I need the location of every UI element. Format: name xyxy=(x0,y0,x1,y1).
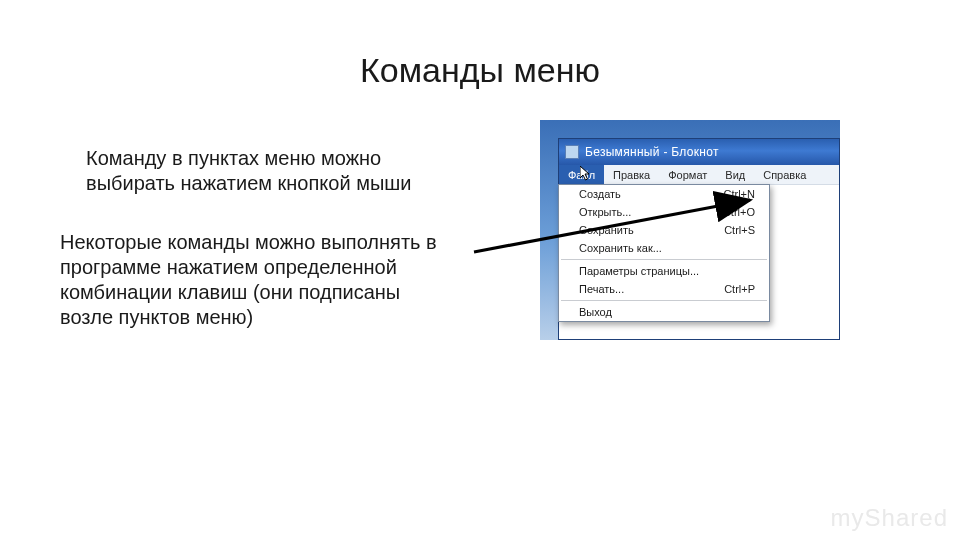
screenshot-illustration: Безымянный - Блокнот Файл Правка Формат … xyxy=(540,120,840,340)
menubar: Файл Правка Формат Вид Справка xyxy=(559,165,839,185)
menu-view[interactable]: Вид xyxy=(716,165,754,184)
menu-item-shortcut: Ctrl+O xyxy=(723,206,755,218)
menu-format[interactable]: Формат xyxy=(659,165,716,184)
menu-separator xyxy=(561,300,767,301)
menu-item[interactable]: Параметры страницы... xyxy=(559,262,769,280)
menu-item-label: Сохранить xyxy=(579,224,634,236)
menu-item-shortcut: Ctrl+N xyxy=(724,188,755,200)
menu-item-label: Открыть... xyxy=(579,206,631,218)
titlebar: Безымянный - Блокнот xyxy=(559,139,839,165)
menu-item[interactable]: Печать... Ctrl+P xyxy=(559,280,769,298)
paragraph-2: Некоторые команды можно выполнять в прог… xyxy=(60,230,458,330)
slide-title: Команды меню xyxy=(0,51,960,90)
app-icon xyxy=(565,145,579,159)
menu-item-label: Выход xyxy=(579,306,612,318)
window-title: Безымянный - Блокнот xyxy=(585,145,719,159)
paragraph-1: Команду в пунктах меню можно выбирать на… xyxy=(86,146,446,196)
menu-help[interactable]: Справка xyxy=(754,165,815,184)
watermark: myShared xyxy=(831,504,948,532)
file-dropdown: Создать Ctrl+N Открыть... Ctrl+O Сохрани… xyxy=(558,184,770,322)
menu-item-label: Параметры страницы... xyxy=(579,265,699,277)
menu-item[interactable]: Сохранить Ctrl+S xyxy=(559,221,769,239)
menu-item[interactable]: Выход xyxy=(559,303,769,321)
menu-separator xyxy=(561,259,767,260)
menu-edit[interactable]: Правка xyxy=(604,165,659,184)
menu-item-label: Сохранить как... xyxy=(579,242,662,254)
menu-item-shortcut: Ctrl+S xyxy=(724,224,755,236)
menu-item-label: Печать... xyxy=(579,283,624,295)
menu-item-shortcut: Ctrl+P xyxy=(724,283,755,295)
menu-item[interactable]: Создать Ctrl+N xyxy=(559,185,769,203)
menu-item[interactable]: Открыть... Ctrl+O xyxy=(559,203,769,221)
menu-file[interactable]: Файл xyxy=(559,165,604,184)
menu-item[interactable]: Сохранить как... xyxy=(559,239,769,257)
menu-item-label: Создать xyxy=(579,188,621,200)
